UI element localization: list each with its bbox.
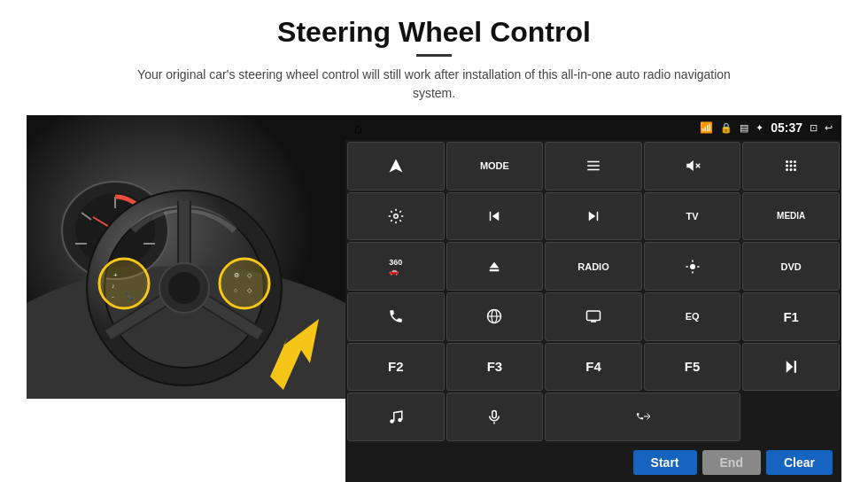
wifi-icon: 📶 (700, 121, 713, 134)
svg-rect-68 (492, 410, 497, 417)
lock-icon: 🔒 (720, 122, 732, 134)
svg-point-67 (398, 417, 402, 422)
svg-point-46 (794, 168, 796, 171)
page-container: Steering Wheel Control Your original car… (0, 0, 868, 482)
svg-text:📞: 📞 (125, 291, 136, 301)
bluetooth-icon: ✦ (756, 122, 763, 134)
svg-marker-35 (686, 160, 694, 171)
svg-point-42 (790, 165, 793, 167)
svg-point-38 (786, 160, 788, 163)
svg-marker-50 (589, 212, 596, 222)
svg-text:⚙: ⚙ (234, 272, 239, 278)
title-divider (416, 54, 452, 57)
svg-point-47 (394, 214, 399, 219)
bottom-bar: Start End Clear (345, 443, 841, 482)
tv-button[interactable]: TV (644, 192, 741, 241)
status-time: 05:37 (771, 120, 802, 135)
svg-rect-33 (587, 166, 600, 167)
back-icon[interactable]: ↩ (825, 122, 833, 134)
f5-button[interactable]: F5 (644, 343, 741, 392)
svg-point-40 (794, 160, 796, 163)
button-grid: MODE TV (345, 140, 841, 443)
svg-point-19 (168, 272, 200, 304)
svg-rect-51 (597, 212, 599, 222)
svg-point-41 (786, 165, 788, 167)
steering-wheel-area: + ♪ - 📞 ⚙ ◇ ○ ◇ (27, 115, 345, 399)
clear-button[interactable]: Clear (766, 450, 833, 475)
end-button[interactable]: End (702, 450, 761, 475)
playpause-button[interactable] (742, 343, 840, 392)
svg-text:○: ○ (234, 287, 237, 293)
status-right: 📶 🔒 ▤ ✦ 05:37 ⊡ ↩ (700, 120, 833, 135)
f2-button[interactable]: F2 (347, 343, 445, 392)
svg-text:-: - (112, 292, 114, 300)
page-title: Steering Wheel Control (277, 16, 591, 49)
360-button[interactable]: 360🚗 (347, 242, 445, 291)
control-panel: ⌂ 📶 🔒 ▤ ✦ 05:37 ⊡ ↩ MODE (345, 115, 841, 482)
screen-button[interactable] (545, 292, 642, 341)
svg-rect-32 (587, 161, 600, 163)
svg-rect-34 (587, 169, 600, 171)
svg-point-25 (220, 259, 269, 308)
svg-text:+: + (113, 271, 118, 279)
f4-button[interactable]: F4 (545, 343, 642, 392)
svg-point-54 (690, 264, 695, 269)
svg-point-66 (390, 419, 394, 424)
cast-icon: ⊡ (810, 122, 818, 134)
eq-button[interactable]: EQ (644, 292, 741, 341)
svg-rect-53 (490, 269, 500, 271)
media-button[interactable]: MEDIA (742, 192, 840, 241)
phone-button[interactable] (347, 292, 445, 341)
sd-icon: ▤ (740, 122, 748, 134)
svg-point-44 (786, 168, 788, 171)
eject-button[interactable] (446, 242, 544, 291)
mute-button[interactable] (644, 142, 741, 190)
svg-rect-62 (586, 311, 600, 321)
apps-button[interactable] (742, 142, 840, 190)
page-subtitle: Your original car's steering wheel contr… (133, 66, 735, 103)
music-button[interactable] (347, 393, 445, 441)
mic-button[interactable] (446, 393, 544, 441)
svg-text:♪: ♪ (112, 283, 115, 289)
mode-button[interactable]: MODE (446, 142, 544, 190)
svg-marker-64 (787, 361, 794, 373)
brightness-button[interactable] (644, 242, 741, 291)
empty-button (742, 393, 840, 441)
svg-marker-31 (389, 159, 402, 173)
svg-marker-48 (492, 212, 500, 222)
f1-button[interactable]: F1 (742, 292, 840, 341)
radio-button[interactable]: RADIO (545, 242, 642, 291)
settings-button[interactable] (347, 192, 445, 241)
next-button[interactable] (545, 192, 642, 241)
call-icon-button[interactable] (545, 393, 740, 441)
content-area: + ♪ - 📞 ⚙ ◇ ○ ◇ ⌂ (27, 115, 841, 482)
svg-rect-65 (794, 361, 796, 373)
navigate-button[interactable] (347, 142, 445, 190)
steering-wheel-bg: + ♪ - 📞 ⚙ ◇ ○ ◇ (27, 115, 345, 399)
f3-button[interactable]: F3 (446, 343, 544, 392)
globe-button[interactable] (446, 292, 544, 341)
svg-point-39 (790, 160, 793, 163)
svg-marker-52 (490, 261, 500, 268)
svg-point-45 (790, 168, 793, 171)
start-button[interactable]: Start (633, 450, 697, 475)
list-button[interactable] (545, 142, 642, 190)
svg-rect-49 (490, 212, 492, 222)
dvd-button[interactable]: DVD (742, 242, 840, 291)
svg-point-20 (99, 259, 149, 308)
prev-button[interactable] (446, 192, 544, 241)
svg-point-43 (794, 165, 796, 167)
status-bar: ⌂ 📶 🔒 ▤ ✦ 05:37 ⊡ ↩ (345, 115, 841, 140)
home-icon[interactable]: ⌂ (354, 120, 362, 136)
